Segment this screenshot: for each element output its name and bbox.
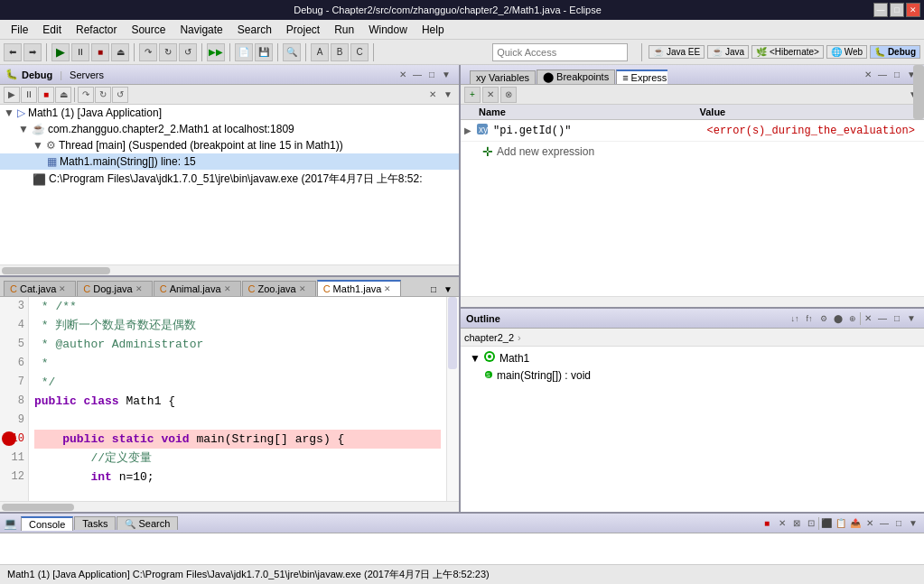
- console-stop-btn[interactable]: ■: [759, 515, 775, 532]
- perspective-javaee[interactable]: ☕ Java EE: [649, 45, 705, 59]
- vars-panel-close[interactable]: ✕: [861, 68, 875, 82]
- menu-search[interactable]: Search: [230, 22, 279, 38]
- perspective-debug[interactable]: 🐛 Debug: [870, 45, 920, 59]
- console-tb-4[interactable]: ⬛: [819, 516, 834, 531]
- vars-panel-max[interactable]: □: [890, 68, 904, 82]
- outline-tb-5[interactable]: ⊕: [845, 311, 860, 326]
- console-panel-max[interactable]: □: [891, 516, 906, 531]
- outline-tb-1[interactable]: ↓↑: [788, 311, 802, 326]
- toolbar-btn-search[interactable]: 🔍: [283, 43, 301, 61]
- close-button[interactable]: ✕: [906, 3, 920, 17]
- expr-tb-remove[interactable]: ✕: [482, 87, 499, 103]
- console-panel-menu[interactable]: ▼: [906, 516, 920, 531]
- toolbar-btn-suspend[interactable]: ⏸: [71, 43, 89, 61]
- debug-tb-disc[interactable]: ⏏: [55, 87, 71, 103]
- console-tb-3[interactable]: ⊡: [804, 516, 818, 531]
- debug-panel-menu[interactable]: ▼: [439, 68, 453, 82]
- console-panel-close[interactable]: ✕: [863, 516, 877, 531]
- debug-tb-menu[interactable]: ▼: [441, 88, 455, 102]
- toolbar-btn-stepret[interactable]: ↺: [179, 43, 197, 61]
- tab-tasks[interactable]: Tasks: [74, 516, 116, 530]
- tree-item-thread[interactable]: ▼ ⚙ Thread [main] (Suspended (breakpoint…: [0, 137, 459, 153]
- perspective-java[interactable]: ☕ Java: [707, 45, 749, 59]
- menu-window[interactable]: Window: [361, 22, 415, 38]
- tab-dog-close[interactable]: ✕: [135, 284, 143, 293]
- outline-panel-max[interactable]: □: [890, 311, 904, 326]
- console-tb-6[interactable]: 📤: [848, 516, 863, 531]
- outline-panel-min[interactable]: —: [875, 311, 890, 326]
- tab-maximize[interactable]: □: [426, 282, 441, 296]
- menu-help[interactable]: Help: [415, 22, 452, 38]
- menu-refactor[interactable]: Refactor: [69, 22, 124, 38]
- menu-file[interactable]: File: [4, 22, 35, 38]
- toolbar-btn-stepover[interactable]: ↻: [159, 43, 177, 61]
- outline-item-math1[interactable]: ▼ Math1: [462, 348, 922, 367]
- quickaccess-input[interactable]: [492, 43, 628, 61]
- expr-tb-removeall[interactable]: ⊗: [500, 87, 517, 103]
- expr-add-row[interactable]: ✛ Add new expression: [461, 142, 924, 162]
- debug-panel-min[interactable]: —: [410, 68, 425, 82]
- expr-tb-add[interactable]: +: [464, 87, 481, 103]
- toolbar-btn-stepinto[interactable]: ↷: [139, 43, 157, 61]
- outline-panel-menu[interactable]: ▼: [904, 311, 919, 326]
- toolbar-btn-2[interactable]: ➡: [23, 43, 42, 61]
- console-tb-5[interactable]: 📋: [834, 516, 848, 531]
- tab-expressions[interactable]: ≡ Expressions ✕: [616, 70, 667, 84]
- tab-cat-close[interactable]: ✕: [59, 284, 66, 293]
- outline-tb-3[interactable]: ⚙: [817, 311, 831, 326]
- debug-tb-stop[interactable]: ■: [38, 87, 54, 103]
- expr-expand-0[interactable]: ▶: [464, 125, 471, 135]
- tab-console[interactable]: Console: [21, 516, 73, 531]
- editor-hscroll-thumb[interactable]: [2, 504, 74, 511]
- expr-hscroll[interactable]: [461, 296, 924, 307]
- console-tb-2[interactable]: ⊠: [789, 516, 804, 531]
- tree-item-frame[interactable]: ▦ Math1.main(String[]) line: 15: [0, 153, 459, 170]
- tab-chevron[interactable]: ▼: [441, 282, 455, 296]
- toolbar-btn-stop[interactable]: ■: [91, 43, 109, 61]
- toolbar-btn-a[interactable]: A: [311, 43, 329, 61]
- outline-tb-4[interactable]: ⬤: [831, 311, 845, 326]
- debug-panel-max[interactable]: □: [425, 68, 439, 82]
- debug-tb-resume[interactable]: ▶: [4, 87, 20, 103]
- toolbar-btn-b[interactable]: B: [331, 43, 349, 61]
- tab-zoo[interactable]: C Zoo.java ✕: [242, 281, 316, 296]
- outline-panel-close[interactable]: ✕: [861, 311, 875, 326]
- vars-panel-min[interactable]: —: [875, 68, 890, 82]
- tab-dog[interactable]: C Dog.java ✕: [77, 281, 152, 296]
- debug-tb-suspend[interactable]: ⏸: [21, 87, 37, 103]
- debug-panel-close[interactable]: ✕: [396, 68, 410, 82]
- toolbar-btn-disconnect[interactable]: ⏏: [111, 43, 129, 61]
- tab-variables[interactable]: xy Variables: [470, 70, 536, 84]
- perspective-web[interactable]: 🌐 Web: [826, 45, 867, 59]
- outline-item-main[interactable]: S main(String[]) : void: [462, 367, 922, 384]
- debug-tb-x[interactable]: ✕: [425, 88, 440, 102]
- debug-tb-stepinto[interactable]: ↷: [78, 87, 94, 103]
- tree-item-class[interactable]: ▼ ☕ com.zhangguo.chapter2_2.Math1 at loc…: [0, 121, 459, 137]
- gutter-thumb[interactable]: [448, 297, 457, 369]
- console-panel-min[interactable]: —: [877, 516, 891, 531]
- tab-math1-close[interactable]: ✕: [384, 284, 391, 293]
- toolbar-run[interactable]: ▶▶: [207, 43, 225, 61]
- tab-search-console[interactable]: 🔍 Search: [117, 516, 178, 530]
- expr-vscroll[interactable]: [913, 65, 924, 119]
- menu-edit[interactable]: Edit: [35, 22, 69, 38]
- outline-tb-2[interactable]: f↑: [802, 311, 817, 326]
- toolbar-btn-c[interactable]: C: [350, 43, 369, 61]
- tab-animal[interactable]: C Animal.java ✕: [154, 281, 241, 296]
- toolbar-btn-new[interactable]: 📄: [235, 43, 253, 61]
- debug-hscroll-thumb[interactable]: [2, 267, 110, 274]
- expr-row-0[interactable]: ▶ xy "pi.getId()" <error(s)_during_the_e…: [461, 120, 924, 142]
- menu-project[interactable]: Project: [279, 22, 327, 38]
- editor-hscroll[interactable]: [0, 501, 459, 512]
- debug-hscroll[interactable]: [0, 264, 459, 275]
- console-tb-1[interactable]: ✕: [775, 516, 789, 531]
- tab-breakpoints[interactable]: ⬤ Breakpoints: [537, 70, 615, 84]
- code-content[interactable]: * /** * 判断一个数是奇数还是偶数 * @author Administr…: [29, 297, 446, 501]
- tab-animal-close[interactable]: ✕: [224, 284, 231, 293]
- menu-navigate[interactable]: Navigate: [173, 22, 229, 38]
- tab-zoo-close[interactable]: ✕: [299, 284, 306, 293]
- debug-tb-stepret[interactable]: ↺: [112, 87, 128, 103]
- debug-tb-stepover[interactable]: ↻: [95, 87, 111, 103]
- toolbar-btn-save[interactable]: 💾: [255, 43, 273, 61]
- tree-item-process[interactable]: ⬛ C:\Program Files\Java\jdk1.7.0_51\jre\…: [0, 170, 459, 189]
